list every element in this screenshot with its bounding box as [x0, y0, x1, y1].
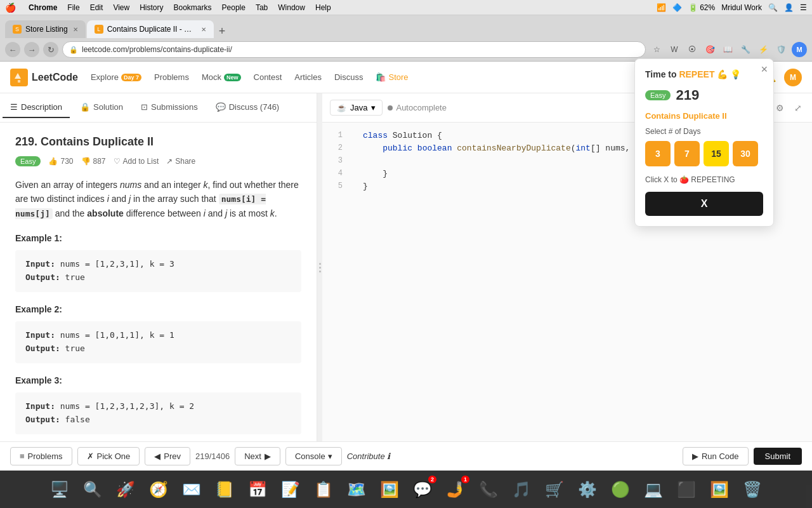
menu-people[interactable]: People: [222, 3, 246, 12]
tab-description[interactable]: ☰ Description: [3, 97, 70, 118]
line-dot-2: [353, 147, 358, 152]
tab-store-listing[interactable]: S Store Listing ✕: [5, 20, 86, 38]
sep-dot-3: [319, 271, 321, 272]
search-icon[interactable]: 🔍: [768, 3, 778, 12]
dock-photos[interactable]: 🖼️: [374, 474, 405, 505]
share-button[interactable]: ↗ Share: [166, 157, 195, 166]
menu-window[interactable]: Window: [278, 3, 305, 12]
x-button[interactable]: X: [645, 192, 763, 216]
dock-mail[interactable]: ✉️: [176, 474, 207, 505]
day-30-button[interactable]: 30: [733, 141, 758, 166]
settings-icon[interactable]: ⚙: [773, 100, 787, 116]
tab-close-1[interactable]: ✕: [73, 26, 78, 33]
lc-logo[interactable]: LeetCode: [10, 69, 78, 86]
menu-tab[interactable]: Tab: [256, 3, 268, 12]
submit-button[interactable]: Submit: [754, 448, 802, 465]
autocomplete-toggle[interactable]: Autocomplete: [388, 103, 447, 112]
repeet-close-button[interactable]: ✕: [761, 64, 768, 74]
dock-music[interactable]: 🎵: [506, 474, 537, 505]
new-tab-button[interactable]: +: [215, 25, 230, 38]
panel-separator[interactable]: [317, 93, 322, 441]
nav-explore[interactable]: Explore Day 7: [91, 72, 141, 82]
menu-file[interactable]: File: [67, 3, 79, 12]
dock-launchpad[interactable]: 🚀: [110, 474, 141, 505]
problem-title: 219. Contains Duplicate II: [15, 135, 301, 149]
line-dot-4: [353, 173, 358, 178]
menu-view[interactable]: View: [113, 3, 129, 12]
add-to-list-button[interactable]: ♡ Add to List: [114, 157, 159, 166]
dock-chrome[interactable]: 🟢: [605, 474, 636, 505]
menu-help[interactable]: Help: [315, 3, 331, 12]
contribute-button[interactable]: Contribute ℹ: [347, 451, 391, 461]
dislike-button[interactable]: 👎 887: [81, 157, 106, 166]
forward-button[interactable]: →: [24, 42, 39, 57]
problems-button[interactable]: ≡ Problems: [10, 447, 72, 465]
language-selector[interactable]: ☕ Java ▾: [330, 100, 383, 116]
pick-one-button[interactable]: ✗ Pick One: [77, 447, 140, 465]
next-button[interactable]: Next ▶: [235, 447, 280, 465]
messages-badge: 2: [428, 476, 436, 483]
dock-reminders[interactable]: 📋: [308, 474, 339, 505]
dock-preview[interactable]: 🖼️: [704, 474, 735, 505]
menu-bookmarks[interactable]: Bookmarks: [174, 3, 212, 12]
bookmark-icon[interactable]: ☆: [650, 43, 664, 57]
prev-button[interactable]: ◀ Prev: [145, 447, 190, 465]
dock-appstore[interactable]: 🛒: [539, 474, 570, 505]
ext7-icon[interactable]: 🛡️: [774, 43, 788, 57]
back-button[interactable]: ←: [5, 42, 20, 57]
dock-maps[interactable]: 🗺️: [341, 474, 372, 505]
tab-solution[interactable]: 🔒 Solution: [72, 97, 131, 118]
dock-facetime[interactable]: 🤳 1: [440, 474, 471, 505]
tab-discuss[interactable]: 💬 Discuss (746): [208, 97, 287, 118]
nav-discuss[interactable]: Discuss: [334, 72, 363, 82]
tab-close-2[interactable]: ✕: [201, 26, 206, 33]
menu-icon[interactable]: ☰: [800, 3, 807, 12]
day-3-button[interactable]: 3: [645, 141, 671, 166]
dock-sysprefs[interactable]: ⚙️: [572, 474, 603, 505]
ext6-icon[interactable]: ⚡: [756, 43, 770, 57]
ext2-icon[interactable]: ⦿: [685, 43, 699, 57]
dock-phone[interactable]: 📞: [473, 474, 504, 505]
user-avatar-icon[interactable]: 👤: [784, 3, 794, 12]
dock-notefile[interactable]: 📒: [209, 474, 240, 505]
dock-notes[interactable]: 📝: [275, 474, 306, 505]
dock-safari[interactable]: 🧭: [143, 474, 174, 505]
extensions-icon[interactable]: W: [667, 43, 681, 57]
dislike-count: 887: [93, 157, 106, 166]
run-code-button[interactable]: ▶ Run Code: [683, 447, 749, 465]
url-bar[interactable]: 🔒 leetcode.com/problems/contains-duplica…: [62, 41, 646, 58]
ext4-icon[interactable]: 📖: [721, 43, 735, 57]
user-profile-icon[interactable]: M: [792, 42, 807, 57]
dock-jetbrains[interactable]: 💻: [638, 474, 669, 505]
expand-icon[interactable]: ⤢: [792, 100, 804, 116]
tab-leetcode[interactable]: L Contains Duplicate II - LeetCo... ✕: [87, 20, 214, 38]
nav-contest[interactable]: Contest: [254, 72, 282, 82]
ext3-icon[interactable]: 🎯: [703, 43, 717, 57]
reload-button[interactable]: ↻: [43, 42, 58, 57]
dock-messages[interactable]: 💬 2: [407, 474, 438, 505]
nav-avatar[interactable]: M: [784, 69, 802, 86]
ext5-icon[interactable]: 🔧: [738, 43, 752, 57]
nav-mock[interactable]: Mock New: [202, 72, 241, 82]
line-num-5: 5: [327, 182, 343, 190]
dock-calendar[interactable]: 📅: [242, 474, 273, 505]
nav-explore-label: Explore: [91, 72, 119, 82]
tab-submissions[interactable]: ⊡ Submissions: [133, 97, 206, 118]
dock-finder[interactable]: 🖥️: [44, 474, 75, 505]
day-7-button[interactable]: 7: [674, 141, 700, 166]
console-button[interactable]: Console ▾: [285, 447, 342, 465]
dock-trash[interactable]: 🗑️: [737, 474, 768, 505]
apple-menu[interactable]: 🍎: [5, 3, 16, 13]
nav-problems[interactable]: Problems: [154, 72, 189, 82]
day-15-button[interactable]: 15: [704, 141, 729, 166]
pick-one-label: Pick One: [97, 451, 131, 461]
repeet-click-text: Click X to 🍅 REPEETING: [645, 175, 763, 184]
dock-terminal[interactable]: ⬛: [671, 474, 702, 505]
menu-history[interactable]: History: [140, 3, 163, 12]
like-button[interactable]: 👍 730: [48, 157, 73, 166]
nav-articles[interactable]: Articles: [294, 72, 322, 82]
nav-store[interactable]: 🛍️ Store: [376, 72, 408, 82]
menu-edit[interactable]: Edit: [90, 3, 103, 12]
app-name[interactable]: Chrome: [29, 3, 57, 12]
dock-spotlight[interactable]: 🔍: [77, 474, 108, 505]
